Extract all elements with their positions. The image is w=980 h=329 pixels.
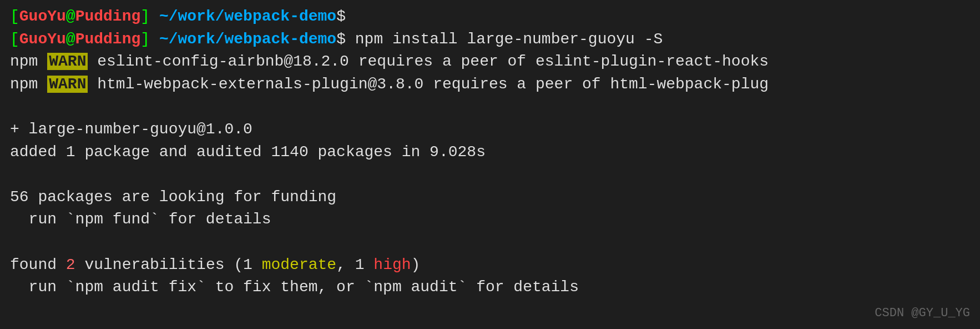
warn-badge-1: WARN <box>47 53 88 70</box>
cmd-install: npm install large-number-guoyu -S <box>346 31 663 48</box>
vuln-comma: , 1 <box>336 256 373 273</box>
prompt-user: GuoYu <box>19 8 66 25</box>
bracket-close: ] <box>140 8 150 25</box>
watermark: CSDN @GY_U_YG <box>875 305 970 322</box>
prompt-path-2: ~/work/webpack-demo <box>159 31 336 48</box>
terminal-line-3: npm WARN eslint-config-airbnb@18.2.0 req… <box>10 51 970 73</box>
terminal-line-4: npm WARN html-webpack-externals-plugin@3… <box>10 73 970 96</box>
empty-line-3 <box>10 231 970 254</box>
terminal-line-1: [GuoYu@Pudding] ~/work/webpack-demo$ <box>10 6 970 28</box>
terminal-line-plus: + large-number-guoyu@1.0.0 <box>10 118 970 141</box>
terminal-line-vuln: found 2 vulnerabilities (1 moderate, 1 h… <box>10 254 970 277</box>
warn-npm-prefix-1: npm <box>10 53 47 70</box>
prompt-user-2: GuoYu <box>19 31 66 48</box>
vuln-mid: vulnerabilities (1 <box>75 256 262 273</box>
terminal-window: [GuoYu@Pudding] ~/work/webpack-demo$ [Gu… <box>0 0 980 329</box>
terminal-line-added: added 1 package and audited 1140 package… <box>10 141 970 164</box>
terminal-line-fund: run `npm fund` for details <box>10 208 970 231</box>
terminal-line-2: [GuoYu@Pudding] ~/work/webpack-demo$ npm… <box>10 28 970 51</box>
prompt-at: @ <box>66 8 75 25</box>
prompt-dollar: $ <box>336 8 346 25</box>
warn-badge-2: WARN <box>47 76 88 93</box>
bracket-open: [ <box>10 8 19 25</box>
bracket-open-2: [ <box>10 31 19 48</box>
prompt-dollar-2: $ <box>336 31 346 48</box>
prompt-at-2: @ <box>66 31 75 48</box>
terminal-line-56: 56 packages are looking for funding <box>10 186 970 209</box>
vuln-suffix: ) <box>411 256 421 273</box>
warn-message-1: eslint-config-airbnb@18.2.0 requires a p… <box>88 53 769 70</box>
vuln-prefix: found <box>10 256 66 273</box>
vuln-number: 2 <box>66 256 75 273</box>
empty-line-2 <box>10 163 970 186</box>
warn-message-2: html-webpack-externals-plugin@3.8.0 requ… <box>88 76 769 93</box>
prompt-host-2: Pudding <box>75 31 141 48</box>
prompt-host: Pudding <box>75 8 141 25</box>
warn-npm-prefix-2: npm <box>10 76 47 93</box>
vuln-moderate: moderate <box>262 256 336 273</box>
empty-line-1 <box>10 96 970 118</box>
bracket-close-2: ] <box>140 31 150 48</box>
terminal-line-audit: run `npm audit fix` to fix them, or `npm… <box>10 276 970 299</box>
vuln-high: high <box>373 256 411 273</box>
prompt-path: ~/work/webpack-demo <box>159 8 336 25</box>
